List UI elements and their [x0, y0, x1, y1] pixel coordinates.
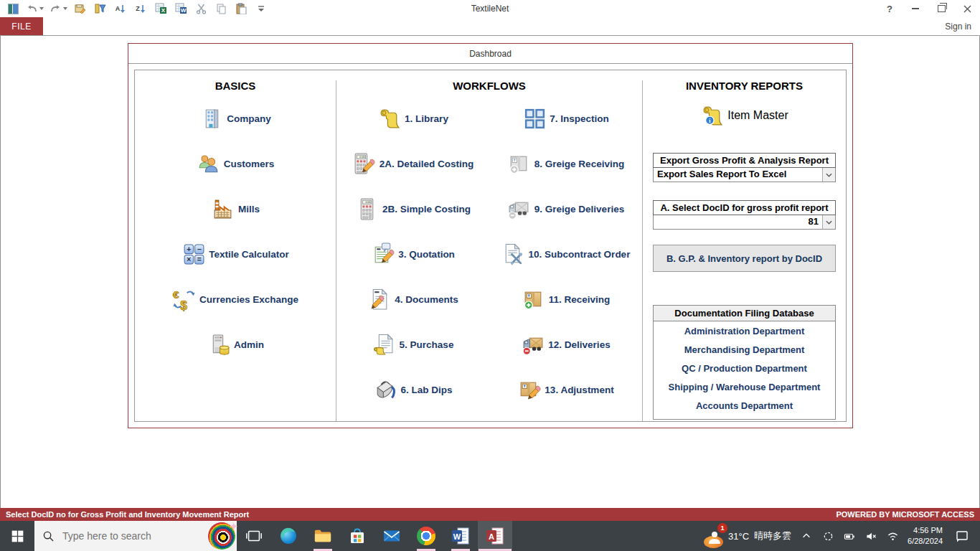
building-icon	[199, 107, 224, 131]
inventory-reports-header: INVENTORY REPORTS	[653, 70, 836, 94]
taskbar-app-microsoft-store[interactable]	[340, 521, 374, 551]
nav-item-quotation[interactable]: 3. Quotation	[336, 232, 489, 277]
taskbar-app-chrome[interactable]	[409, 521, 443, 551]
copy-icon[interactable]	[212, 1, 230, 16]
weather-widget[interactable]: 1 31°C 晴時多雲	[704, 527, 791, 546]
inventory-reports-section: INVENTORY REPORTS i Item Master Export G…	[643, 70, 846, 421]
nav-item-label: Textile Calculator	[209, 249, 289, 260]
taskbar-app-edge[interactable]	[271, 521, 306, 551]
sort-ascending-icon[interactable]: A	[112, 1, 129, 16]
taskbar-app-word[interactable]: W	[443, 521, 478, 551]
network-tray-icon[interactable]	[886, 529, 899, 542]
dashboard-form-window: Dashbroad BASICS Company	[128, 43, 853, 428]
screen: A Z X W TextileNet	[0, 0, 980, 551]
nav-item-textile-calculator[interactable]: +−×= Textile Calculator	[135, 232, 336, 277]
nav-item-inspection[interactable]: 7. Inspection	[489, 96, 642, 141]
taskbar-app-mail[interactable]	[374, 521, 409, 551]
nav-item-simple-costing[interactable]: 0.00 2B. Simple Costing	[336, 187, 489, 232]
basics-header: BASICS	[135, 70, 336, 94]
taskbar-app-access[interactable]: A	[478, 521, 512, 551]
nav-item-library[interactable]: 1. Library	[336, 96, 489, 141]
nav-item-purchase[interactable]: 5. Purchase	[336, 322, 489, 367]
docid-combo[interactable]: 81	[653, 215, 836, 230]
export-word-icon[interactable]: W	[172, 1, 189, 16]
volume-muted-tray-icon[interactable]	[864, 529, 877, 542]
action-center-icon[interactable]	[951, 521, 973, 551]
nav-item-label: 13. Adjustment	[545, 385, 613, 395]
nav-item-documents[interactable]: 4. Documents	[336, 277, 489, 322]
combo-value: 81	[654, 215, 822, 229]
nav-item-label: Company	[227, 113, 271, 124]
export-report-title: Export Gross Profit & Analysis Report	[653, 153, 836, 168]
task-view-button[interactable]	[237, 521, 271, 551]
status-bar: Select DocID no for Gross Profit and Inv…	[0, 508, 980, 521]
nav-item-adjustment[interactable]: 13. Adjustment	[489, 367, 642, 413]
taskbar-clock[interactable]: 4:56 PM 6/28/2024	[908, 525, 943, 547]
minimize-button[interactable]	[903, 0, 928, 17]
nav-item-customers[interactable]: Customers	[135, 141, 336, 187]
nav-item-item-master[interactable]: i Item Master	[653, 94, 836, 137]
customize-quick-access-toolbar-icon[interactable]	[253, 1, 270, 16]
nav-item-mills[interactable]: Mills	[135, 187, 336, 232]
filing-item-merchandising[interactable]: Merchandising Department	[654, 340, 835, 359]
close-button[interactable]	[954, 0, 980, 17]
undo-icon[interactable]	[24, 1, 45, 16]
chevron-down-icon[interactable]	[822, 215, 835, 229]
taskbar-app-file-explorer[interactable]	[306, 521, 340, 551]
ribbon-bar: FILE Sign in	[0, 17, 980, 36]
sign-in-link[interactable]: Sign in	[945, 17, 971, 35]
export-report-combo[interactable]: Export Sales Report To Excel	[653, 168, 836, 182]
tab-dashbroad[interactable]: Dashbroad	[128, 44, 852, 64]
calculator-icon: 0.00	[355, 197, 380, 222]
onedrive-tray-icon[interactable]	[821, 529, 834, 542]
paste-icon[interactable]	[232, 1, 250, 16]
nav-item-greige-deliveries[interactable]: 9. Greige Deliveries	[489, 187, 642, 232]
save-record-icon[interactable]	[72, 1, 89, 16]
nav-item-detailed-costing[interactable]: 0.00 2A. Detailed Costing	[336, 141, 489, 187]
document-pencil-icon	[367, 288, 392, 312]
cut-icon[interactable]	[192, 1, 209, 16]
clock-time: 4:56 PM	[908, 525, 943, 536]
filing-item-qc-production[interactable]: QC / Production Department	[654, 359, 835, 377]
restore-button[interactable]	[928, 0, 954, 17]
nav-item-label: Customers	[224, 159, 275, 169]
status-powered-by: POWERED BY MICROSOFT ACCESS	[836, 510, 974, 519]
chevron-down-icon[interactable]	[822, 168, 835, 182]
nav-item-receiving[interactable]: 11. Receiving	[489, 277, 642, 322]
search-input[interactable]	[61, 529, 193, 542]
advanced-filter-icon[interactable]	[92, 1, 109, 16]
filing-item-accounts[interactable]: Accounts Department	[654, 396, 835, 415]
nav-item-company[interactable]: Company	[135, 96, 336, 141]
filing-item-shipping-warehouse[interactable]: Shipping / Warehouse Department	[654, 377, 835, 396]
battery-tray-icon[interactable]	[843, 529, 856, 542]
export-excel-icon[interactable]: X	[152, 1, 169, 16]
start-button[interactable]	[0, 521, 34, 551]
redo-icon[interactable]	[48, 1, 69, 16]
title-bar: A Z X W TextileNet	[0, 0, 980, 17]
document-tools-icon	[501, 242, 526, 267]
file-tab[interactable]: FILE	[0, 17, 43, 35]
nav-item-currencies-exchange[interactable]: € $ Currencies Exchange	[135, 277, 336, 322]
calculator-pencil-icon: 0.00	[352, 152, 377, 176]
nav-item-lab-dips[interactable]: 6. Lab Dips	[336, 367, 489, 413]
sort-descending-icon[interactable]: Z	[132, 1, 149, 16]
taskbar-search[interactable]: ✦	[34, 521, 237, 551]
access-app-icon[interactable]	[4, 1, 22, 16]
svg-text:×: ×	[187, 255, 191, 263]
nav-item-label: Currencies Exchange	[199, 294, 298, 305]
nav-item-subcontract-order[interactable]: 10. Subcontract Order	[489, 232, 642, 277]
scroll-icon	[377, 107, 402, 131]
filing-item-administration[interactable]: Administration Department	[654, 321, 835, 340]
nav-item-label: 3. Quotation	[398, 249, 455, 260]
nav-item-greige-receiving[interactable]: 8. Greige Receiving	[489, 141, 642, 187]
document-scroll-icon	[372, 333, 397, 357]
nav-item-deliveries[interactable]: 12. Deliveries	[489, 322, 642, 367]
svg-text:€: €	[174, 288, 180, 301]
help-button[interactable]: ?	[877, 0, 903, 17]
hidden-icons-chevron-icon[interactable]	[800, 529, 813, 542]
nav-item-admin[interactable]: Admin	[135, 322, 336, 367]
basics-section: BASICS Company	[135, 70, 336, 421]
gp-inventory-report-button[interactable]: B. G.P. & Inventory report by DocID	[653, 245, 836, 272]
combo-value: Export Sales Report To Excel	[654, 168, 822, 182]
documentation-filing-panel: Documentation Filing Database Administra…	[653, 305, 836, 420]
